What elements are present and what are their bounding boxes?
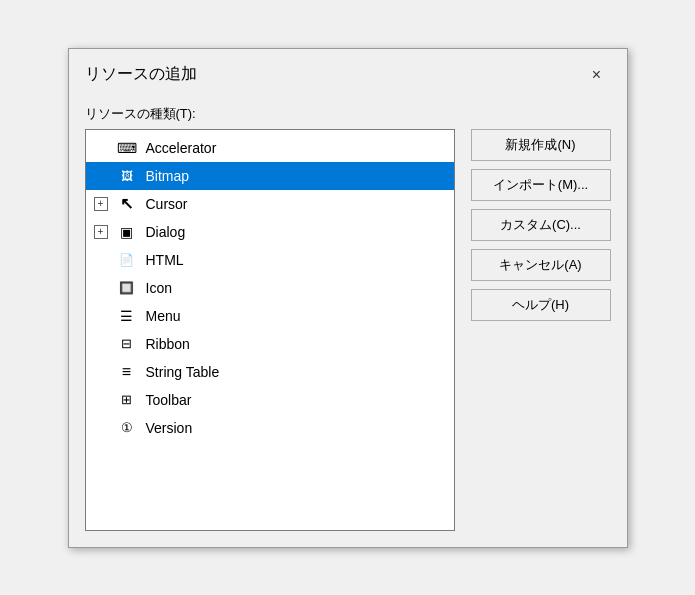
item-label-version: Version <box>146 420 193 436</box>
resource-type-listbox[interactable]: AcceleratorBitmap+Cursor+DialogHTMLIconM… <box>85 129 455 531</box>
list-item-html[interactable]: HTML <box>86 246 454 274</box>
item-icon-ribbon <box>116 333 138 355</box>
item-label-string-table: String Table <box>146 364 220 380</box>
close-button[interactable]: × <box>583 61 611 89</box>
item-icon-string-table <box>116 361 138 383</box>
cancel-button[interactable]: キャンセル(A) <box>471 249 611 281</box>
item-icon-toolbar <box>116 389 138 411</box>
item-icon-accelerator <box>116 137 138 159</box>
list-item-string-table[interactable]: String Table <box>86 358 454 386</box>
item-icon-html <box>116 249 138 271</box>
item-label-icon: Icon <box>146 280 172 296</box>
expand-icon-dialog[interactable]: + <box>94 225 108 239</box>
import-button[interactable]: インポート(M)... <box>471 169 611 201</box>
add-resource-dialog: リソースの追加 × リソースの種類(T): AcceleratorBitmap+… <box>68 48 628 548</box>
item-label-ribbon: Ribbon <box>146 336 190 352</box>
item-icon-icon <box>116 277 138 299</box>
list-item-dialog[interactable]: +Dialog <box>86 218 454 246</box>
help-button[interactable]: ヘルプ(H) <box>471 289 611 321</box>
dialog-title: リソースの追加 <box>85 64 197 85</box>
item-label-bitmap: Bitmap <box>146 168 190 184</box>
list-item-accelerator[interactable]: Accelerator <box>86 134 454 162</box>
dialog-body: リソースの種類(T): AcceleratorBitmap+Cursor+Dia… <box>69 97 627 547</box>
item-label-accelerator: Accelerator <box>146 140 217 156</box>
left-panel: リソースの種類(T): AcceleratorBitmap+Cursor+Dia… <box>85 105 455 531</box>
list-item-menu[interactable]: Menu <box>86 302 454 330</box>
expand-icon-cursor[interactable]: + <box>94 197 108 211</box>
item-icon-cursor <box>116 193 138 215</box>
title-bar: リソースの追加 × <box>69 49 627 97</box>
item-label-toolbar: Toolbar <box>146 392 192 408</box>
item-label-dialog: Dialog <box>146 224 186 240</box>
item-icon-version <box>116 417 138 439</box>
list-item-ribbon[interactable]: Ribbon <box>86 330 454 358</box>
item-icon-menu <box>116 305 138 327</box>
item-label-html: HTML <box>146 252 184 268</box>
resource-type-label: リソースの種類(T): <box>85 105 455 123</box>
list-item-icon[interactable]: Icon <box>86 274 454 302</box>
new-button[interactable]: 新規作成(N) <box>471 129 611 161</box>
list-item-cursor[interactable]: +Cursor <box>86 190 454 218</box>
list-item-bitmap[interactable]: Bitmap <box>86 162 454 190</box>
list-item-version[interactable]: Version <box>86 414 454 442</box>
item-label-cursor: Cursor <box>146 196 188 212</box>
item-label-menu: Menu <box>146 308 181 324</box>
right-panel: 新規作成(N) インポート(M)... カスタム(C)... キャンセル(A) … <box>471 105 611 531</box>
item-icon-dialog <box>116 221 138 243</box>
list-item-toolbar[interactable]: Toolbar <box>86 386 454 414</box>
custom-button[interactable]: カスタム(C)... <box>471 209 611 241</box>
item-icon-bitmap <box>116 165 138 187</box>
